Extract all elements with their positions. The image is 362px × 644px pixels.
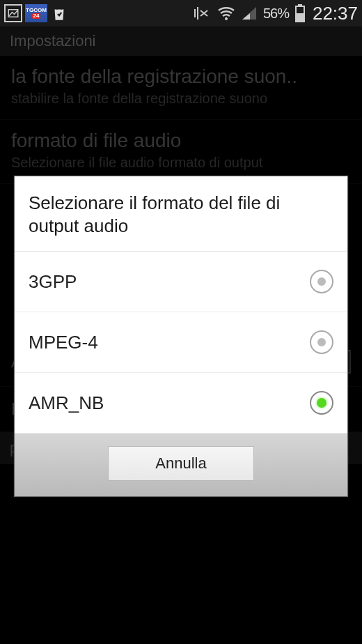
- tgcom-notification-icon: TGCOM 24: [25, 4, 47, 22]
- option-amr-nb[interactable]: AMR_NB: [15, 373, 347, 434]
- shop-notification-icon: [50, 4, 68, 22]
- status-bar: TGCOM 24 56% 22:37: [0, 0, 362, 26]
- dialog-title: Selezionare il formato del file di outpu…: [15, 176, 347, 252]
- clock: 22:37: [313, 3, 358, 24]
- signal-icon: [241, 6, 258, 21]
- battery-icon: [294, 4, 306, 22]
- picture-notification-icon: [4, 4, 22, 22]
- cancel-label: Annulla: [155, 454, 206, 473]
- setting-audio-format[interactable]: formato di file audio Selezionare il fil…: [0, 120, 362, 184]
- sound-source-title: la fonte della registrazione suon..: [11, 66, 351, 88]
- battery-percent: 56%: [263, 6, 289, 22]
- svg-rect-4: [297, 13, 304, 21]
- audio-format-sub: Selezionare il file audio formato di out…: [11, 155, 351, 171]
- radio-icon: [310, 270, 333, 293]
- option-label: 3GPP: [29, 271, 77, 293]
- cancel-button[interactable]: Annulla: [108, 446, 254, 481]
- tgcom-num: 24: [32, 13, 41, 19]
- dialog-footer: Annulla: [15, 434, 347, 496]
- audio-format-dialog: Selezionare il formato del file di outpu…: [14, 176, 348, 497]
- vibrate-icon: [192, 5, 212, 22]
- radio-icon: [310, 330, 333, 354]
- page-header: Impostazioni: [0, 26, 362, 56]
- option-label: MPEG-4: [29, 332, 98, 353]
- radio-icon-selected: [310, 391, 333, 415]
- option-3gpp[interactable]: 3GPP: [15, 252, 347, 312]
- setting-sound-source[interactable]: la fonte della registrazione suon.. stab…: [0, 56, 362, 120]
- option-label: AMR_NB: [29, 392, 104, 414]
- option-mpeg4[interactable]: MPEG-4: [15, 312, 347, 373]
- audio-format-title: formato di file audio: [11, 130, 351, 152]
- svg-rect-3: [298, 4, 302, 6]
- sound-source-sub: stabilire la fonte della registrazione s…: [11, 91, 351, 107]
- wifi-icon: [217, 6, 235, 21]
